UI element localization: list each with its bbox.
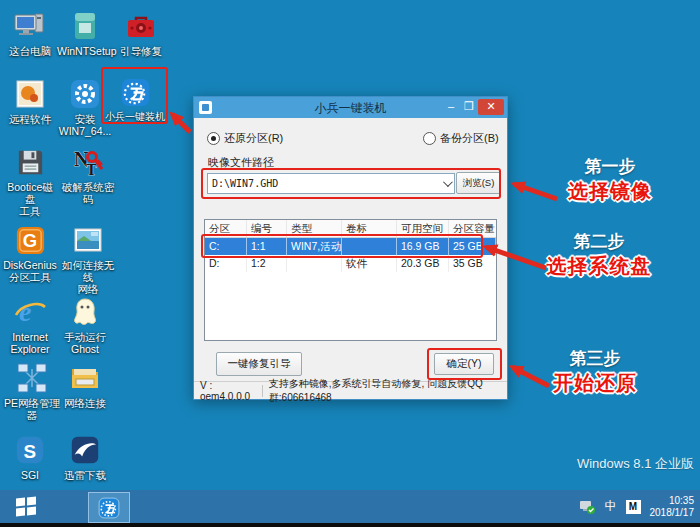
desktop-icon-bootice[interactable]: Bootice磁盘 工具 [2,144,58,217]
package-icon [57,8,113,44]
ime-mode-indicator[interactable]: M [626,500,641,514]
desktop-icon-winntsetup[interactable]: WinNTSetup [57,8,113,57]
version-text: V : oem4.0.0.0 [194,380,262,402]
desktop-icon-password-crack[interactable]: NT 破解系统密码 [57,144,119,205]
status-text: 支持多种镜像,多系统引导自动修复, 问题反馈QQ群:606616468 [269,377,507,405]
cell-type: WIN7,活动 [287,238,342,255]
desktop-icon-boot-repair[interactable]: 引导修复 [113,8,169,57]
step-number: 第一步 [545,155,675,178]
partition-table: 分区 编号 类型 卷标 可用空间 分区容量 C: 1:1 WIN7,活动 16.… [204,219,497,341]
table-row-d-drive[interactable]: D: 1:2 软件 20.3 GB 35 GB [205,255,496,272]
desktop-icon-pe-network-manager[interactable]: PE网络管理器 [2,360,62,421]
column-header[interactable]: 分区容量 [449,220,496,237]
desktop-icon-remote-software[interactable]: 远程软件 [2,76,58,125]
cell-volume-label [342,238,397,255]
column-header[interactable]: 可用空间 [397,220,449,237]
desktop-icon-label: 小兵一键装机 [104,111,166,123]
radio-dot-unselected [423,132,436,145]
cell-partition: D: [205,255,247,272]
desktop-icon-ghost[interactable]: 手动运行 Ghost [57,294,113,355]
landscape-photo-icon [57,222,119,258]
taskbar-app-xiaobing[interactable] [88,492,130,523]
annotation-step-1: 第一步 选择镜像 [545,155,675,205]
desktop-icon-label: 破解系统密码 [57,181,119,205]
radio-dot-selected [207,132,220,145]
radio-backup-label: 备份分区(B) [440,131,499,146]
screen-bottom-strip [0,523,700,527]
svg-text:G: G [22,230,36,251]
table-row-c-drive[interactable]: C: 1:1 WIN7,活动 16.9 GB 25 GB [205,238,496,255]
maximize-button[interactable]: ❒ [462,99,476,115]
desktop-icon-label: SGI [2,469,58,481]
desktop: 这台电脑 WinNTSetup 引导修复 远程软件 安装 WIN7_64... … [0,0,700,527]
desktop-icon-diskgenius[interactable]: G DiskGenius 分区工具 [2,222,58,283]
table-header-row: 分区 编号 类型 卷标 可用空间 分区容量 [205,220,496,238]
desktop-icon-label: 引导修复 [113,45,169,57]
repair-boot-button[interactable]: 一键修复引导 [216,352,302,376]
xiaobing-app-icon [97,496,121,520]
clock-date: 2018/1/17 [650,507,695,519]
windows-edition-watermark: Windows 8.1 企业版 [577,455,694,473]
system-tray: 中 M 10:35 2018/1/17 [579,490,697,523]
computer-icon [2,8,58,44]
start-button[interactable] [16,497,38,516]
desktop-icon-network-connection[interactable]: 网络连接 [57,360,113,409]
taskbar: 中 M 10:35 2018/1/17 [0,490,700,523]
desktop-icon-xiaobing[interactable]: 小兵一键装机 [104,74,166,123]
folder-icon [57,360,113,396]
bird-icon [57,432,113,468]
step-action: 选择镜像 [545,178,675,205]
chevron-down-icon[interactable] [438,174,454,193]
annotation-step-3: 第三步 开始还原 [530,347,660,397]
ok-button[interactable]: 确定(Y) [434,353,494,375]
step-number: 第二步 [534,230,664,253]
svg-text:e: e [19,296,31,327]
column-header[interactable]: 分区 [205,220,247,237]
step-action: 开始还原 [530,370,660,397]
cell-volume-label: 软件 [342,255,397,272]
xiaobing-app-icon [104,74,166,110]
desktop-icon-label: Bootice磁盘 工具 [2,181,58,217]
image-path-label: 映像文件路径 [208,155,274,170]
status-separator [262,385,263,397]
browse-button[interactable]: 浏览(S) [456,172,501,194]
column-header[interactable]: 卷标 [342,220,397,237]
key-icon: NT [57,144,119,180]
step-number: 第三步 [530,347,660,370]
minimize-button[interactable]: – [444,99,458,115]
desktop-icon-label: 这台电脑 [2,45,58,57]
desktop-icon-sgi[interactable]: S SGI [2,432,58,481]
desktop-icon-label: Internet Explorer [2,331,58,355]
cell-partition: C: [205,238,247,255]
sgi-icon: S [2,432,58,468]
desktop-icon-label: 如何连接无线 网络 [57,259,119,295]
window-title: 小兵一键装机 [194,100,507,117]
radio-restore-partition[interactable]: 还原分区(R) [207,131,283,146]
cell-free-space: 20.3 GB [397,255,449,272]
cell-capacity: 25 GB [449,238,496,255]
window-titlebar[interactable]: 小兵一键装机 – ❒ ✕ [194,97,507,118]
image-path-combobox[interactable]: D:\WIN7.GHD [207,173,455,194]
desktop-icon-this-pc[interactable]: 这台电脑 [2,8,58,57]
desktop-icon-thunder[interactable]: 迅雷下载 [57,432,113,481]
cell-type [287,255,342,272]
taskbar-clock[interactable]: 10:35 2018/1/17 [650,495,697,519]
cell-number: 1:1 [247,238,287,255]
close-button[interactable]: ✕ [478,99,504,115]
desktop-icon-internet-explorer[interactable]: e Internet Explorer [2,294,58,355]
svg-text:T: T [86,161,97,178]
column-header[interactable]: 编号 [247,220,287,237]
radio-backup-partition[interactable]: 备份分区(B) [423,131,499,146]
network-status-icon[interactable] [579,499,596,515]
desktop-icon-wireless-help[interactable]: 如何连接无线 网络 [57,222,119,295]
desktop-icon-label: 网络连接 [57,397,113,409]
svg-text:S: S [23,441,36,462]
toolbox-icon [113,8,169,44]
diskgenius-icon: G [2,222,58,258]
cell-number: 1:2 [247,255,287,272]
column-header[interactable]: 类型 [287,220,342,237]
xiaobing-installer-window: 小兵一键装机 – ❒ ✕ 还原分区(R) 备份分区(B) 映像文件路径 D:\W… [193,96,508,400]
arrow-to-desktop-icon [172,114,190,132]
ime-language-indicator[interactable]: 中 [605,498,617,515]
desktop-icon-label: 远程软件 [2,113,58,125]
